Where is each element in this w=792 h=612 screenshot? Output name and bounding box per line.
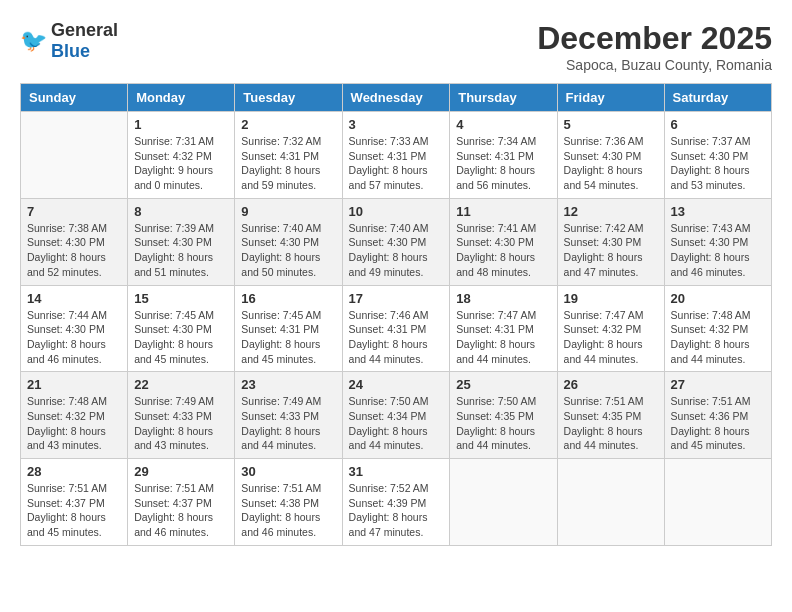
title-block: December 2025 Sapoca, Buzau County, Roma…: [537, 20, 772, 73]
day-info: Sunrise: 7:43 AM Sunset: 4:30 PM Dayligh…: [671, 221, 765, 280]
day-info: Sunrise: 7:51 AM Sunset: 4:37 PM Dayligh…: [134, 481, 228, 540]
day-number: 22: [134, 377, 228, 392]
calendar-cell: [557, 459, 664, 546]
day-info: Sunrise: 7:31 AM Sunset: 4:32 PM Dayligh…: [134, 134, 228, 193]
day-number: 17: [349, 291, 444, 306]
day-info: Sunrise: 7:49 AM Sunset: 4:33 PM Dayligh…: [134, 394, 228, 453]
calendar-cell: 11Sunrise: 7:41 AM Sunset: 4:30 PM Dayli…: [450, 198, 557, 285]
calendar-cell: 12Sunrise: 7:42 AM Sunset: 4:30 PM Dayli…: [557, 198, 664, 285]
calendar-week-row: 21Sunrise: 7:48 AM Sunset: 4:32 PM Dayli…: [21, 372, 772, 459]
day-info: Sunrise: 7:48 AM Sunset: 4:32 PM Dayligh…: [27, 394, 121, 453]
calendar-cell: 16Sunrise: 7:45 AM Sunset: 4:31 PM Dayli…: [235, 285, 342, 372]
day-number: 23: [241, 377, 335, 392]
calendar-cell: 6Sunrise: 7:37 AM Sunset: 4:30 PM Daylig…: [664, 112, 771, 199]
calendar-cell: 17Sunrise: 7:46 AM Sunset: 4:31 PM Dayli…: [342, 285, 450, 372]
day-number: 24: [349, 377, 444, 392]
day-number: 13: [671, 204, 765, 219]
calendar-cell: 23Sunrise: 7:49 AM Sunset: 4:33 PM Dayli…: [235, 372, 342, 459]
day-info: Sunrise: 7:50 AM Sunset: 4:34 PM Dayligh…: [349, 394, 444, 453]
calendar-cell: 19Sunrise: 7:47 AM Sunset: 4:32 PM Dayli…: [557, 285, 664, 372]
day-info: Sunrise: 7:38 AM Sunset: 4:30 PM Dayligh…: [27, 221, 121, 280]
day-number: 1: [134, 117, 228, 132]
day-info: Sunrise: 7:33 AM Sunset: 4:31 PM Dayligh…: [349, 134, 444, 193]
calendar-cell: 13Sunrise: 7:43 AM Sunset: 4:30 PM Dayli…: [664, 198, 771, 285]
day-number: 26: [564, 377, 658, 392]
calendar-cell: 4Sunrise: 7:34 AM Sunset: 4:31 PM Daylig…: [450, 112, 557, 199]
day-info: Sunrise: 7:44 AM Sunset: 4:30 PM Dayligh…: [27, 308, 121, 367]
calendar-week-row: 7Sunrise: 7:38 AM Sunset: 4:30 PM Daylig…: [21, 198, 772, 285]
page-header: 🐦 General Blue December 2025 Sapoca, Buz…: [20, 20, 772, 73]
day-number: 7: [27, 204, 121, 219]
day-info: Sunrise: 7:40 AM Sunset: 4:30 PM Dayligh…: [241, 221, 335, 280]
calendar-cell: 29Sunrise: 7:51 AM Sunset: 4:37 PM Dayli…: [128, 459, 235, 546]
day-number: 18: [456, 291, 550, 306]
calendar-cell: 24Sunrise: 7:50 AM Sunset: 4:34 PM Dayli…: [342, 372, 450, 459]
day-info: Sunrise: 7:48 AM Sunset: 4:32 PM Dayligh…: [671, 308, 765, 367]
calendar-cell: 7Sunrise: 7:38 AM Sunset: 4:30 PM Daylig…: [21, 198, 128, 285]
day-number: 10: [349, 204, 444, 219]
day-number: 5: [564, 117, 658, 132]
logo-bird-icon: 🐦: [20, 28, 47, 54]
calendar-week-row: 14Sunrise: 7:44 AM Sunset: 4:30 PM Dayli…: [21, 285, 772, 372]
day-number: 11: [456, 204, 550, 219]
weekday-header-saturday: Saturday: [664, 84, 771, 112]
day-number: 2: [241, 117, 335, 132]
day-number: 19: [564, 291, 658, 306]
day-number: 25: [456, 377, 550, 392]
calendar-cell: [450, 459, 557, 546]
day-info: Sunrise: 7:49 AM Sunset: 4:33 PM Dayligh…: [241, 394, 335, 453]
calendar-cell: 10Sunrise: 7:40 AM Sunset: 4:30 PM Dayli…: [342, 198, 450, 285]
calendar-cell: 25Sunrise: 7:50 AM Sunset: 4:35 PM Dayli…: [450, 372, 557, 459]
weekday-header-friday: Friday: [557, 84, 664, 112]
weekday-header-wednesday: Wednesday: [342, 84, 450, 112]
day-number: 4: [456, 117, 550, 132]
day-number: 30: [241, 464, 335, 479]
day-number: 28: [27, 464, 121, 479]
day-info: Sunrise: 7:32 AM Sunset: 4:31 PM Dayligh…: [241, 134, 335, 193]
day-number: 21: [27, 377, 121, 392]
day-info: Sunrise: 7:50 AM Sunset: 4:35 PM Dayligh…: [456, 394, 550, 453]
logo-general: General: [51, 20, 118, 40]
calendar-cell: 9Sunrise: 7:40 AM Sunset: 4:30 PM Daylig…: [235, 198, 342, 285]
logo-text: General Blue: [51, 20, 118, 62]
calendar-cell: 31Sunrise: 7:52 AM Sunset: 4:39 PM Dayli…: [342, 459, 450, 546]
day-info: Sunrise: 7:51 AM Sunset: 4:35 PM Dayligh…: [564, 394, 658, 453]
calendar-cell: 22Sunrise: 7:49 AM Sunset: 4:33 PM Dayli…: [128, 372, 235, 459]
calendar-cell: 27Sunrise: 7:51 AM Sunset: 4:36 PM Dayli…: [664, 372, 771, 459]
location-subtitle: Sapoca, Buzau County, Romania: [537, 57, 772, 73]
calendar-cell: [21, 112, 128, 199]
calendar-cell: 3Sunrise: 7:33 AM Sunset: 4:31 PM Daylig…: [342, 112, 450, 199]
weekday-header-row: SundayMondayTuesdayWednesdayThursdayFrid…: [21, 84, 772, 112]
calendar-cell: 21Sunrise: 7:48 AM Sunset: 4:32 PM Dayli…: [21, 372, 128, 459]
month-year-title: December 2025: [537, 20, 772, 57]
day-info: Sunrise: 7:51 AM Sunset: 4:36 PM Dayligh…: [671, 394, 765, 453]
weekday-header-sunday: Sunday: [21, 84, 128, 112]
day-info: Sunrise: 7:51 AM Sunset: 4:38 PM Dayligh…: [241, 481, 335, 540]
day-info: Sunrise: 7:51 AM Sunset: 4:37 PM Dayligh…: [27, 481, 121, 540]
day-info: Sunrise: 7:34 AM Sunset: 4:31 PM Dayligh…: [456, 134, 550, 193]
calendar-cell: 30Sunrise: 7:51 AM Sunset: 4:38 PM Dayli…: [235, 459, 342, 546]
day-number: 29: [134, 464, 228, 479]
calendar-cell: 1Sunrise: 7:31 AM Sunset: 4:32 PM Daylig…: [128, 112, 235, 199]
day-info: Sunrise: 7:52 AM Sunset: 4:39 PM Dayligh…: [349, 481, 444, 540]
day-info: Sunrise: 7:39 AM Sunset: 4:30 PM Dayligh…: [134, 221, 228, 280]
calendar-table: SundayMondayTuesdayWednesdayThursdayFrid…: [20, 83, 772, 546]
calendar-cell: 18Sunrise: 7:47 AM Sunset: 4:31 PM Dayli…: [450, 285, 557, 372]
day-info: Sunrise: 7:41 AM Sunset: 4:30 PM Dayligh…: [456, 221, 550, 280]
day-info: Sunrise: 7:40 AM Sunset: 4:30 PM Dayligh…: [349, 221, 444, 280]
logo-blue: Blue: [51, 41, 90, 61]
day-number: 8: [134, 204, 228, 219]
logo: 🐦 General Blue: [20, 20, 118, 62]
calendar-cell: 26Sunrise: 7:51 AM Sunset: 4:35 PM Dayli…: [557, 372, 664, 459]
day-number: 31: [349, 464, 444, 479]
day-info: Sunrise: 7:47 AM Sunset: 4:31 PM Dayligh…: [456, 308, 550, 367]
day-number: 12: [564, 204, 658, 219]
calendar-cell: 2Sunrise: 7:32 AM Sunset: 4:31 PM Daylig…: [235, 112, 342, 199]
weekday-header-thursday: Thursday: [450, 84, 557, 112]
day-number: 14: [27, 291, 121, 306]
day-info: Sunrise: 7:42 AM Sunset: 4:30 PM Dayligh…: [564, 221, 658, 280]
day-number: 3: [349, 117, 444, 132]
day-info: Sunrise: 7:37 AM Sunset: 4:30 PM Dayligh…: [671, 134, 765, 193]
day-number: 16: [241, 291, 335, 306]
day-info: Sunrise: 7:45 AM Sunset: 4:31 PM Dayligh…: [241, 308, 335, 367]
